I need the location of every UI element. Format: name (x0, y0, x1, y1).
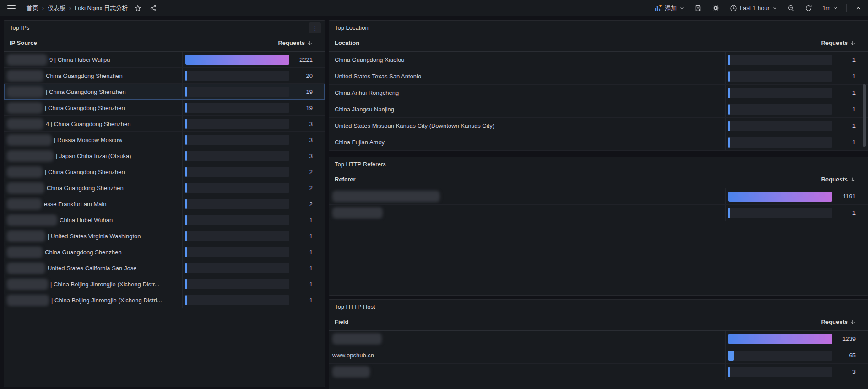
table-row[interactable]: esse Frankfurt am Main 2 (4, 196, 325, 212)
panel-title[interactable]: Top HTTP Host (335, 303, 375, 310)
bar-gauge (185, 247, 289, 257)
bar-gauge (185, 231, 289, 241)
row-label: China Guangdong Shenzhen (46, 72, 123, 79)
save-icon[interactable] (693, 3, 704, 14)
gear-icon[interactable] (710, 2, 722, 14)
table-row[interactable]: 1239 (329, 331, 868, 347)
row-bar-cell: 1 (182, 292, 325, 308)
row-bar-cell: 1 (182, 228, 325, 244)
table-row[interactable]: 9 | China Hubei Wulipu 2221 (4, 52, 325, 68)
table-row[interactable]: | China Guangdong Shenzhen 19 (4, 84, 325, 100)
bar-gauge (185, 71, 289, 81)
star-icon[interactable] (132, 3, 143, 14)
table-row[interactable]: | China Beijing Jinrongjie (Xicheng Dist… (4, 276, 325, 292)
refresh-interval-picker[interactable]: 1m (820, 3, 840, 13)
row-bar-cell: 1191 (725, 188, 868, 204)
bar-gauge (728, 88, 832, 98)
bar-gauge (185, 215, 289, 225)
panel-scrollbar[interactable] (863, 84, 866, 147)
table-row[interactable]: China Guangdong Shenzhen 1 (4, 244, 325, 260)
refresh-icon[interactable] (803, 3, 814, 14)
panel-title[interactable]: Top IPs (10, 24, 29, 31)
menu-toggle-icon[interactable] (5, 2, 18, 14)
table-row[interactable]: 1 (329, 205, 868, 221)
column-header-requests[interactable]: Requests (725, 176, 868, 183)
redacted-text (7, 214, 57, 226)
redacted-text (7, 198, 42, 210)
share-icon[interactable] (148, 3, 159, 14)
sort-desc-icon (850, 319, 856, 325)
table-row[interactable]: United States Texas San Antonio 1 (329, 68, 868, 85)
breadcrumb-home[interactable]: 首页 (27, 4, 38, 12)
row-bar-cell: 2221 (182, 52, 325, 67)
row-label-cell: China Fujian Amoy (329, 134, 725, 150)
redacted-text (7, 230, 45, 242)
panel-top-http-host: Top HTTP Host Field Requests 1239 www.op… (329, 299, 868, 389)
bar-gauge (185, 279, 289, 289)
table-row[interactable]: China Fujian Amoy 1 (329, 134, 868, 151)
redacted-text (7, 134, 52, 146)
column-header-field[interactable]: Referer (329, 176, 725, 183)
table-row[interactable]: | Russia Moscow Moscow 3 (4, 132, 325, 148)
panel-menu-icon[interactable]: ⋮ (309, 22, 321, 33)
column-header-field[interactable]: Field (329, 318, 725, 325)
table-row[interactable]: | China Guangdong Shenzhen 2 (4, 164, 325, 180)
row-label-cell (329, 364, 725, 380)
column-header-requests[interactable]: Requests (182, 39, 325, 46)
table-row[interactable]: United States Missouri Kansas City (Down… (329, 118, 868, 134)
row-label: China Jiangsu Nanjing (335, 106, 394, 113)
redacted-text (7, 247, 43, 258)
row-label-cell: 4 | China Guangdong Shenzhen (4, 116, 182, 131)
row-label: | China Beijing Jinrongjie (Xicheng Dist… (50, 281, 159, 288)
table-row[interactable]: 3 (329, 364, 868, 380)
panel-title[interactable]: Top HTTP Referers (335, 161, 386, 168)
row-value: 1 (289, 233, 325, 240)
row-bar-cell: 1 (725, 205, 868, 221)
add-panel-button[interactable]: 添加 (652, 2, 686, 14)
table-row[interactable]: China Guangdong Shenzhen 2 (4, 180, 325, 196)
table-row[interactable]: www.opshub.cn 65 (329, 347, 868, 364)
row-bar-cell: 19 (182, 84, 325, 99)
row-label-cell: United States Missouri Kansas City (Down… (329, 118, 725, 134)
bar-gauge (728, 208, 832, 218)
column-header-requests[interactable]: Requests (725, 39, 868, 46)
table-header: IP Source Requests (4, 34, 325, 52)
table-row[interactable]: | China Guangdong Shenzhen 19 (4, 100, 325, 116)
bar-gauge (728, 192, 832, 202)
row-label: | Russia Moscow Moscow (54, 137, 122, 143)
column-header-field[interactable]: Location (329, 39, 725, 46)
bar-gauge (728, 104, 832, 115)
table-row[interactable]: 4 | China Guangdong Shenzhen 3 (4, 116, 325, 132)
chevron-up-icon[interactable] (853, 3, 863, 13)
chevron-down-icon (772, 5, 777, 11)
breadcrumb-dashboards[interactable]: 仪表板 (48, 4, 65, 12)
redacted-text (7, 182, 44, 194)
bar-gauge (185, 295, 289, 305)
row-bar-cell: 3 (182, 116, 325, 131)
time-range-picker[interactable]: Last 1 hour (728, 3, 779, 14)
table-row[interactable]: China Anhui Rongcheng 1 (329, 85, 868, 101)
panel-title[interactable]: Top Location (335, 24, 369, 31)
row-value: 3 (832, 368, 868, 375)
bar-chart-plus-icon (654, 5, 662, 12)
table-row[interactable]: China Hubei Wuhan 1 (4, 212, 325, 228)
row-bar-cell: 3 (182, 148, 325, 164)
table-row[interactable]: China Guangdong Xiaolou 1 (329, 52, 868, 68)
redacted-text (332, 333, 382, 345)
zoom-out-icon[interactable] (786, 3, 797, 14)
row-bar-cell: 1 (725, 52, 868, 68)
row-bar-cell: 1 (725, 134, 868, 150)
column-header-requests[interactable]: Requests (725, 318, 868, 325)
breadcrumb-current: Loki Nginx 日志分析 (75, 4, 128, 12)
row-bar-cell: 1 (182, 244, 325, 260)
table-row[interactable]: United States California San Jose 1 (4, 260, 325, 276)
table-row[interactable]: 1191 (329, 188, 868, 205)
table-row[interactable]: China Guangdong Shenzhen 20 (4, 68, 325, 84)
table-row[interactable]: | Japan Chiba Inzai (Otsuka) 3 (4, 148, 325, 164)
row-bar-cell: 1 (182, 276, 325, 292)
row-value: 3 (289, 137, 325, 143)
column-header-field[interactable]: IP Source (4, 39, 182, 46)
table-row[interactable]: China Jiangsu Nanjing 1 (329, 101, 868, 118)
table-row[interactable]: | United States Virginia Washington 1 (4, 228, 325, 244)
table-row[interactable]: | China Beijing Jinrongjie (Xicheng Dist… (4, 292, 325, 308)
